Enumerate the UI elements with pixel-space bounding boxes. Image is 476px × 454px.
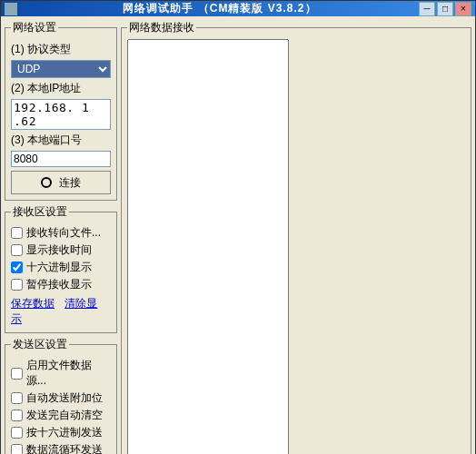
send-settings-legend: 发送区设置 [11,337,69,352]
recv-checkbox-1[interactable] [11,244,23,256]
titlebar: 网络调试助手 （CM精装版 V3.8.2） ─ □ × [1,1,475,16]
recv-option-3[interactable]: 暂停接收显示 [11,277,111,292]
status-dot-icon [41,177,52,188]
window-controls: ─ □ × [419,2,471,16]
send-checkbox-1[interactable] [11,392,23,404]
recv-label-0: 接收转向文件... [26,225,101,241]
save-data-link[interactable]: 保存数据 [11,297,55,310]
window-title: 网络调试助手 （CM精装版 V3.8.2） [21,1,419,16]
send-checkbox-2[interactable] [11,410,23,421]
network-settings-legend: 网络设置 [11,20,58,35]
recv-checkbox-3[interactable] [11,279,23,291]
recv-settings-group: 接收区设置 接收转向文件...显示接收时间十六进制显示暂停接收显示 保存数据 清… [5,204,117,333]
recv-links: 保存数据 清除显示 [11,296,111,327]
send-option-3[interactable]: 按十六进制发送 [11,425,111,440]
send-checkbox-3[interactable] [11,427,23,439]
recv-data-group: 网络数据接收 [121,20,471,454]
send-options: 启用文件数据源...自动发送附加位发送完自动清空按十六进制发送数据流循环发送 [11,358,111,454]
send-label-0: 启用文件数据源... [26,358,111,389]
recv-option-0[interactable]: 接收转向文件... [11,225,111,241]
recv-label-2: 十六进制显示 [26,260,92,275]
minimize-button[interactable]: ─ [419,2,435,16]
send-option-0[interactable]: 启用文件数据源... [11,358,111,389]
recv-checkbox-2[interactable] [11,262,23,273]
send-checkbox-4[interactable] [11,444,23,454]
send-label-2: 发送完自动清空 [26,408,103,423]
recv-textarea[interactable] [127,39,289,454]
recv-label-1: 显示接收时间 [26,242,92,258]
recv-settings-legend: 接收区设置 [11,204,69,220]
protocol-select[interactable]: UDP [11,60,111,78]
recv-label-3: 暂停接收显示 [26,277,92,292]
left-panel: 网络设置 (1) 协议类型 UDP (2) 本地IP地址 192.168. 1 … [5,20,117,454]
recv-option-2[interactable]: 十六进制显示 [11,260,111,275]
local-port-input[interactable] [11,151,111,167]
protocol-label: (1) 协议类型 [11,42,111,57]
app-icon [5,3,17,15]
connect-label: 连接 [59,175,81,191]
recv-options: 接收转向文件...显示接收时间十六进制显示暂停接收显示 [11,225,111,292]
close-button[interactable]: × [455,2,471,16]
recv-checkbox-0[interactable] [11,227,23,239]
right-panel: 网络数据接收 http://www.cmsoft.cn QQ:10865600 … [121,20,471,454]
network-settings-group: 网络设置 (1) 协议类型 UDP (2) 本地IP地址 192.168. 1 … [5,20,117,201]
send-option-2[interactable]: 发送完自动清空 [11,408,111,423]
local-ip-input[interactable]: 192.168. 1 .62 [11,99,111,130]
client-area: 网络设置 (1) 协议类型 UDP (2) 本地IP地址 192.168. 1 … [1,16,475,454]
recv-option-1[interactable]: 显示接收时间 [11,242,111,258]
send-checkbox-0[interactable] [11,368,23,380]
send-label-3: 按十六进制发送 [26,425,103,440]
maximize-button[interactable]: □ [437,2,453,16]
send-option-4[interactable]: 数据流循环发送 [11,442,111,454]
send-settings-group: 发送区设置 启用文件数据源...自动发送附加位发送完自动清空按十六进制发送数据流… [5,337,117,454]
send-option-1[interactable]: 自动发送附加位 [11,390,111,406]
send-label-4: 数据流循环发送 [26,442,103,454]
recv-data-legend: 网络数据接收 [127,20,196,35]
local-port-label: (3) 本地端口号 [11,133,111,148]
send-label-1: 自动发送附加位 [26,390,103,406]
local-ip-label: (2) 本地IP地址 [11,81,111,96]
connect-button[interactable]: 连接 [11,171,111,194]
app-window: 网络调试助手 （CM精装版 V3.8.2） ─ □ × 网络设置 (1) 协议类… [0,0,476,454]
